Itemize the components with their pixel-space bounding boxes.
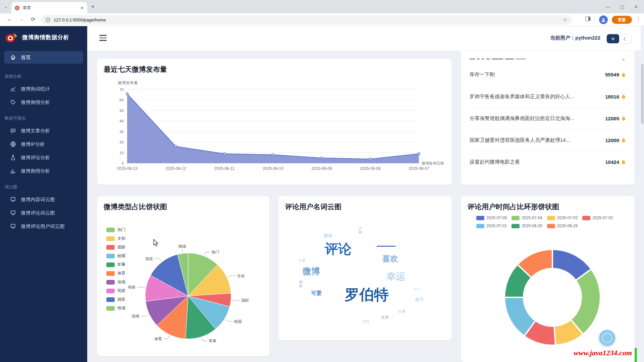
donut-legend-item[interactable]: 2025-07-02 [582, 216, 613, 220]
hot-topics-list: 库存一下刚55549罗帅宇爸爸感谢各界媒体和正义善良的好心人...18516分享… [461, 64, 635, 173]
sidebar-item-1-1[interactable]: 微博舆情分析 [0, 96, 87, 109]
svg-text:30: 30 [119, 130, 124, 134]
donut-legend-item[interactable]: 2025-06-29 [547, 224, 578, 228]
wordcloud-word: 可爱 [311, 291, 322, 296]
minimize-button[interactable]: — [606, 4, 610, 9]
svg-text:微博发布量: 微博发布量 [117, 80, 138, 85]
wordcloud-word: 喜欢 [382, 255, 398, 263]
sidebar-item-3-0[interactable]: 微博内容词云图 [0, 193, 87, 206]
wordcloud-word: 头像 [358, 227, 362, 234]
chrome-update-button[interactable]: 更新 [612, 16, 632, 24]
page-scrollbar[interactable] [641, 26, 644, 362]
flask-icon [10, 155, 16, 161]
hot-topic-title: 设宴赴约微博电影之夜 [470, 159, 520, 165]
globe-icon [10, 141, 16, 147]
sidebar-item-label: 首页 [21, 54, 31, 61]
corner-green-indicator [635, 348, 637, 362]
site-info-icon[interactable]: ⓘ [46, 17, 50, 22]
comment-user-wordcloud-card: 评论用户名词云图 罗伯特评论——喜欢幸运微博可爱快乐头像努力小小世界支持加油永远… [278, 196, 452, 340]
wordcloud-word: 永远 [299, 259, 305, 262]
app-root: 微博舆情数据分析 首页舆情分析微博热词统计微博舆情分析数据可视化微博文章分析微博… [0, 26, 644, 362]
url-text: 127.0.0.1:5000/page/home [54, 17, 559, 22]
side-panel-icon[interactable] [585, 16, 591, 21]
wordcloud-word: 评论 [325, 242, 352, 255]
flame-icon [621, 72, 626, 77]
floating-chat-button[interactable] [599, 330, 615, 346]
browser-tab[interactable]: 首页 ✕ [11, 2, 87, 13]
sidebar-item-2-1[interactable]: 微博IP分析 [0, 137, 87, 151]
sidebar-item-label: 微博热词统计 [21, 86, 50, 92]
dark-theme-moon-icon[interactable]: ☾ [619, 34, 632, 43]
svg-text:游戏: 游戏 [131, 314, 139, 318]
browser-window: ⌄ 首页 ✕ + — ▢ ✕ ← → ⟳ ⓘ 127.0.0.1:5000/pa… [0, 0, 644, 362]
light-theme-sun-icon[interactable]: ☀ [607, 34, 619, 43]
wordcloud-word: —— [377, 241, 395, 250]
forward-icon[interactable]: → [19, 16, 24, 22]
donut-legend-item[interactable]: 2025-07-05 [476, 216, 507, 220]
theme-toggle[interactable]: ☀ ☾ [606, 34, 632, 44]
svg-text:情感: 情感 [178, 244, 186, 248]
donut-title: 评论用户时间占比环形饼状图 [461, 196, 635, 212]
hot-topic-count: 12000 [605, 137, 626, 143]
app-logo-row[interactable]: 微博舆情数据分析 [0, 26, 87, 48]
back-icon[interactable]: ← [7, 16, 12, 22]
sidebar: 微博舆情数据分析 首页舆情分析微博热词统计微博舆情分析数据可视化微博文章分析微博… [0, 26, 87, 362]
donut-legend-label: 2025-07-02 [592, 216, 613, 220]
hamburger-menu-icon[interactable] [99, 35, 107, 41]
current-user-name: python222 [575, 35, 600, 41]
sidebar-section-label: 数据可视化 [0, 109, 87, 124]
stats-icon [10, 86, 16, 92]
current-user-label: 当前用户： [550, 35, 575, 41]
sidebar-item-2-3[interactable]: 微博舆情分析 [0, 164, 87, 178]
comment-icon [10, 128, 16, 134]
sidebar-item-3-1[interactable]: 微博评论词云图 [0, 206, 87, 220]
sidebar-item-0-0[interactable]: 首页 [4, 51, 83, 64]
svg-text:2025-06-10: 2025-06-10 [263, 166, 283, 171]
hot-topic-row[interactable]: 分享海警巡航偶遇海豚画面好治愈近日北海海...12005 [470, 107, 626, 129]
chevron-down-icon[interactable]: ⌄ [4, 4, 8, 9]
donut-legend-item[interactable]: 2025-07-04 [512, 216, 542, 220]
wordcloud-word: 快乐 [324, 233, 332, 238]
donut-legend-swatch [512, 224, 520, 228]
bookmark-star-icon[interactable]: ☆ [563, 17, 567, 23]
weibo-type-pie-chart[interactable]: 热门文创国际校园军事体育游戏明星搞笑情感 [97, 215, 269, 356]
tab-close-icon[interactable]: ✕ [80, 5, 84, 10]
sidebar-item-2-0[interactable]: 微博文章分析 [0, 124, 87, 137]
weekly-posts-card: 最近七天微博发布量 0102030405060702025-06-132025-… [97, 59, 452, 185]
flame-icon [621, 159, 626, 165]
svg-text:体育: 体育 [154, 337, 162, 341]
sidebar-item-3-2[interactable]: 微博评论用户词云图 [0, 220, 87, 233]
svg-text:文创: 文创 [237, 274, 245, 278]
scrollbar-thumb[interactable] [641, 64, 644, 124]
hot-topic-count: 12005 [605, 116, 626, 121]
hot-topic-row-partial[interactable] [470, 51, 626, 64]
sidebar-item-1-0[interactable]: 微博热词统计 [0, 82, 87, 96]
donut-legend-item[interactable]: 2025-06-30 [512, 224, 542, 228]
hot-topics-card: 库存一下刚55549罗帅宇爸爸感谢各界媒体和正义善良的好心人...18516分享… [461, 51, 635, 185]
hot-topic-row[interactable]: 罗帅宇爸爸感谢各界媒体和正义善良的好心人...18516 [470, 85, 626, 107]
donut-legend-label: 2025-06-30 [522, 224, 542, 228]
tag-icon [10, 99, 16, 105]
hot-topic-row[interactable]: 国家卫健委对违背医德医务人员严肃处理14...12000 [470, 129, 626, 151]
new-tab-button[interactable]: + [91, 3, 95, 10]
donut-legend-swatch [547, 216, 555, 220]
wordcloud-word: 支持 [362, 320, 370, 323]
flame-icon [621, 94, 626, 99]
dashboard-content: 最近七天微博发布量 0102030405060702025-06-132025-… [87, 51, 644, 362]
hot-topic-row[interactable]: 设宴赴约微博电影之夜10424 [470, 151, 626, 173]
donut-legend-item[interactable]: 2025-07-01 [476, 224, 507, 228]
donut-legend-item[interactable]: 2025-07-03 [547, 216, 578, 220]
weekly-posts-area-chart[interactable]: 0102030405060702025-06-132025-06-122025-… [104, 79, 445, 177]
close-button[interactable]: ✕ [634, 4, 638, 9]
url-bar[interactable]: ⓘ 127.0.0.1:5000/page/home ☆ [41, 15, 572, 24]
sidebar-item-label: 微博IP分析 [21, 141, 45, 147]
sidebar-item-label: 微博舆情分析 [21, 168, 50, 174]
profile-avatar[interactable] [599, 15, 608, 24]
refresh-icon[interactable]: ⟳ [31, 16, 35, 22]
wordcloud[interactable]: 罗伯特评论——喜欢幸运微博可爱快乐头像努力小小世界支持加油永远分享 [288, 217, 442, 331]
hot-topic-row[interactable]: 库存一下刚55549 [470, 64, 626, 85]
hot-topic-count: 55549 [605, 72, 626, 77]
maximize-button[interactable]: ▢ [620, 4, 624, 9]
sidebar-item-2-2[interactable]: 微博评论分析 [0, 151, 87, 164]
menu-kebab-icon[interactable]: ⋮ [636, 16, 641, 22]
